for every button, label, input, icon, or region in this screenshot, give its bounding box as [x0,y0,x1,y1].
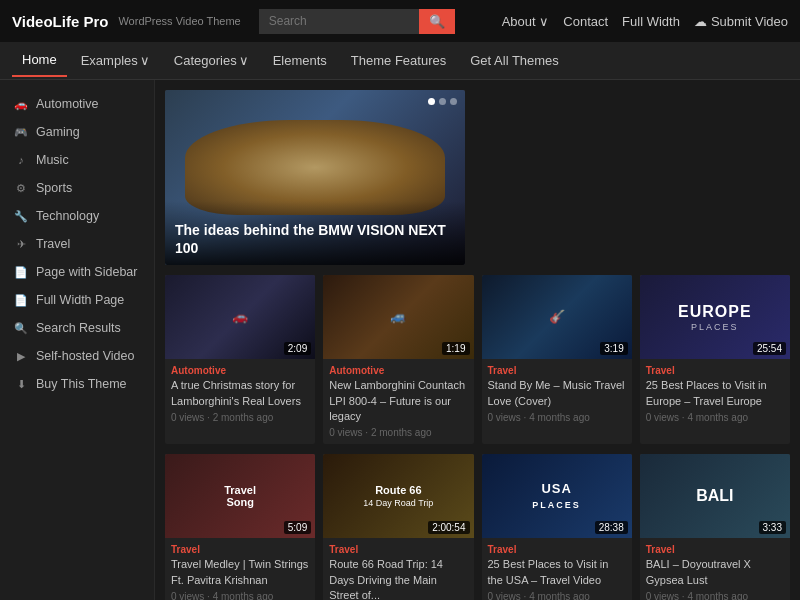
video-card-7[interactable]: USAPLACES 28:38 Travel 25 Best Places to… [482,454,632,600]
video-card-5[interactable]: TravelSong 5:09 Travel Travel Medley | T… [165,454,315,600]
video-info-2: Automotive New Lamborghini Countach LPI … [323,359,473,444]
video-category-7: Travel [488,544,626,555]
dot-3[interactable] [450,98,457,105]
gaming-icon: 🎮 [14,126,28,139]
video-duration-5: 5:09 [284,521,311,534]
video-card-4[interactable]: EUROPE PLACES 25:54 Travel 25 Best Place… [640,275,790,444]
video-meta-5: 0 views · 4 months ago [171,591,309,600]
video-info-4: Travel 25 Best Places to Visit in Europe… [640,359,790,429]
europe-label: EUROPE [678,302,752,321]
submit-video-button[interactable]: ☁ Submit Video [694,14,788,29]
site-tagline: WordPress Video Theme [118,15,240,27]
nav-get-all-themes[interactable]: Get All Themes [460,45,569,76]
travel-song-label: TravelSong [224,484,256,508]
video-category-2: Automotive [329,365,467,376]
video-card-6[interactable]: Route 6614 Day Road Trip 2:00:54 Travel … [323,454,473,600]
video-meta-1: 0 views · 2 months ago [171,412,309,423]
video-info-6: Travel Route 66 Road Trip: 14 Days Drivi… [323,538,473,600]
video-grid-row1: 🚗 2:09 Automotive A true Christmas story… [165,275,790,444]
video-duration-7: 28:38 [595,521,628,534]
search-button[interactable]: 🔍 [419,9,455,34]
nav-theme-features[interactable]: Theme Features [341,45,456,76]
video-duration-3: 3:19 [600,342,627,355]
sidebar-item-music[interactable]: ♪ Music [0,146,154,174]
search-bar: 🔍 [259,9,455,34]
video-duration-6: 2:00:54 [428,521,469,534]
video-info-7: Travel 25 Best Places to Visit in the US… [482,538,632,600]
video-info-1: Automotive A true Christmas story for La… [165,359,315,429]
video-category-1: Automotive [171,365,309,376]
video-card-3[interactable]: 🎸 3:19 Travel Stand By Me – Music Travel… [482,275,632,444]
video-title-3: Stand By Me – Music Travel Love (Cover) [488,378,626,409]
video-duration-8: 3:33 [759,521,786,534]
nav-home[interactable]: Home [12,44,67,77]
sidebar-item-travel[interactable]: ✈ Travel [0,230,154,258]
dot-1[interactable] [428,98,435,105]
sidebar-item-page-with-sidebar[interactable]: 📄 Page with Sidebar [0,258,154,286]
contact-link[interactable]: Contact [563,14,608,29]
search-icon: 🔍 [14,322,28,335]
nav-elements[interactable]: Elements [263,45,337,76]
featured-side-grid: Audi RS e-tron GT: Ideas start the futur… [473,90,481,265]
sidebar-item-search-results[interactable]: 🔍 Search Results [0,314,154,342]
sidebar-item-automotive[interactable]: 🚗 Automotive [0,90,154,118]
header-right: About ∨ Contact Full Width ☁ Submit Vide… [502,14,788,29]
video-info-3: Travel Stand By Me – Music Travel Love (… [482,359,632,429]
main-layout: 🚗 Automotive 🎮 Gaming ♪ Music ⚙ Sports 🔧… [0,80,800,600]
video-category-3: Travel [488,365,626,376]
video-card-8[interactable]: BALI 3:33 Travel BALI – Doyoutravel X Gy… [640,454,790,600]
featured-main-video[interactable]: The ideas behind the BMW VISION NEXT 100 [165,90,465,265]
upload-icon: ☁ [694,14,707,29]
car-icon: 🚗 [14,98,28,111]
featured-main-title: The ideas behind the BMW VISION NEXT 100 [165,201,465,265]
places-label: PLACES [678,322,752,332]
video-category-5: Travel [171,544,309,555]
full-width-link[interactable]: Full Width [622,14,680,29]
video-title-2: New Lamborghini Countach LPI 800-4 – Fut… [329,378,467,424]
sidebar-item-sports[interactable]: ⚙ Sports [0,174,154,202]
sidebar-item-buy-theme[interactable]: ⬇ Buy This Theme [0,370,154,398]
route66-label: Route 6614 Day Road Trip [363,484,433,508]
video-meta-3: 0 views · 4 months ago [488,412,626,423]
sidebar-item-technology[interactable]: 🔧 Technology [0,202,154,230]
chevron-down-icon: ∨ [140,53,150,68]
featured-section: The ideas behind the BMW VISION NEXT 100… [165,90,790,265]
play-icon: ▶ [14,350,28,363]
sidebar-item-self-hosted-video[interactable]: ▶ Self-hosted Video [0,342,154,370]
video-card-1[interactable]: 🚗 2:09 Automotive A true Christmas story… [165,275,315,444]
header: VideoLife Pro WordPress Video Theme 🔍 Ab… [0,0,800,42]
nav-categories[interactable]: Categories ∨ [164,45,259,76]
video-category-8: Travel [646,544,784,555]
video-category-4: Travel [646,365,784,376]
video-meta-7: 0 views · 4 months ago [488,591,626,600]
search-input[interactable] [259,9,419,34]
video-title-8: BALI – Doyoutravel X Gypsea Lust [646,557,784,588]
sidebar-item-gaming[interactable]: 🎮 Gaming [0,118,154,146]
video-info-8: Travel BALI – Doyoutravel X Gypsea Lust … [640,538,790,600]
video-title-7: 25 Best Places to Visit in the USA – Tra… [488,557,626,588]
music-icon: ♪ [14,154,28,166]
content-area: The ideas behind the BMW VISION NEXT 100… [155,80,800,600]
sidebar: 🚗 Automotive 🎮 Gaming ♪ Music ⚙ Sports 🔧… [0,80,155,600]
video-card-2[interactable]: 🚙 1:19 Automotive New Lamborghini Counta… [323,275,473,444]
site-title[interactable]: VideoLife Pro [12,13,108,30]
nav-examples[interactable]: Examples ∨ [71,45,160,76]
video-meta-2: 0 views · 2 months ago [329,427,467,438]
video-meta-4: 0 views · 4 months ago [646,412,784,423]
bali-label: BALI [696,487,733,505]
sidebar-item-full-width-page[interactable]: 📄 Full Width Page [0,286,154,314]
main-nav: Home Examples ∨ Categories ∨ Elements Th… [0,42,800,80]
download-icon: ⬇ [14,378,28,391]
video-title-1: A true Christmas story for Lamborghini's… [171,378,309,409]
technology-icon: 🔧 [14,210,28,223]
video-duration-1: 2:09 [284,342,311,355]
dot-2[interactable] [439,98,446,105]
sports-icon: ⚙ [14,182,28,195]
video-title-6: Route 66 Road Trip: 14 Days Driving the … [329,557,467,600]
about-link[interactable]: About ∨ [502,14,550,29]
fullwidth-icon: 📄 [14,294,28,307]
video-category-6: Travel [329,544,467,555]
video-title-4: 25 Best Places to Visit in Europe – Trav… [646,378,784,409]
usa-label: USAPLACES [532,481,581,511]
video-grid-row2: TravelSong 5:09 Travel Travel Medley | T… [165,454,790,600]
